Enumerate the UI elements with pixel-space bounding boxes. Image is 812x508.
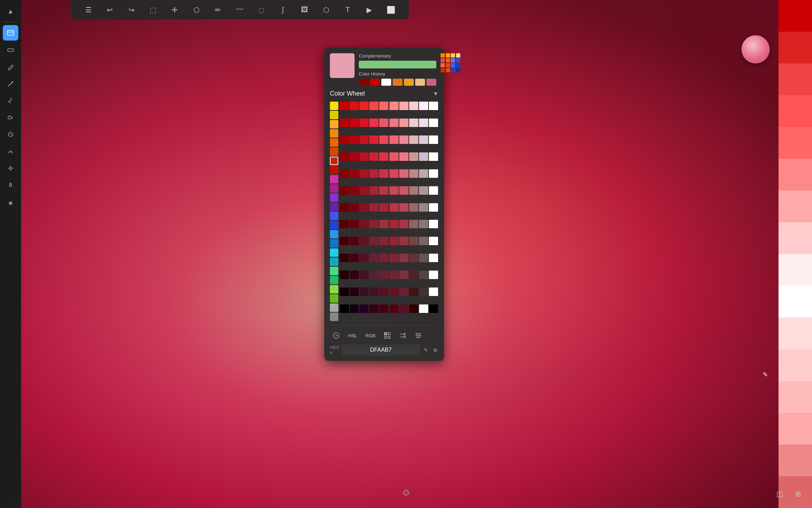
history-swatch-1[interactable] — [359, 79, 369, 86]
pc-r2c5[interactable] — [389, 135, 399, 144]
undo-icon[interactable]: ↩ — [104, 4, 116, 16]
circle-picker-btn[interactable] — [330, 329, 343, 342]
comp-color-preview[interactable] — [330, 53, 355, 78]
pc-r10c5[interactable] — [389, 271, 399, 279]
stripe-4[interactable] — [779, 95, 812, 127]
left-cell-cyan1[interactable] — [330, 230, 338, 238]
comp-cell-14[interactable] — [446, 68, 450, 72]
pc-r2c3[interactable] — [369, 135, 379, 144]
round-tool[interactable] — [3, 194, 18, 210]
history-swatch-2[interactable] — [370, 79, 380, 86]
pc-r3c0[interactable] — [340, 152, 349, 161]
left-cell-blue2[interactable] — [330, 221, 338, 229]
left-cell-yellow1[interactable] — [330, 102, 338, 110]
pc-r8c7[interactable] — [409, 237, 418, 245]
pc-r5c7[interactable] — [409, 186, 418, 195]
pc-r5c0[interactable] — [340, 186, 349, 195]
pc-r3c6[interactable] — [399, 152, 408, 161]
left-cell-redorange2[interactable] — [330, 147, 338, 156]
pc-r0c0[interactable] — [340, 102, 349, 110]
pc-r6c9[interactable] — [429, 203, 438, 212]
pc-r10c2[interactable] — [359, 271, 369, 279]
pc-r8c9[interactable] — [429, 237, 438, 245]
pc-r1c0[interactable] — [340, 119, 349, 127]
sliders-btn[interactable] — [412, 329, 425, 342]
pc-r6c6[interactable] — [399, 203, 408, 212]
stripe-7[interactable] — [779, 190, 812, 222]
eraser-tool[interactable] — [3, 42, 18, 58]
left-cell-blue1[interactable] — [330, 212, 338, 220]
pc-r9c8[interactable] — [419, 254, 428, 262]
pc-r11c3[interactable] — [369, 288, 379, 296]
comp-cell-8[interactable] — [456, 58, 460, 62]
comp-cell-4[interactable] — [456, 53, 460, 58]
comp-cell-3[interactable] — [451, 53, 455, 58]
comp-cell-7[interactable] — [451, 58, 455, 62]
pc-r11c5[interactable] — [389, 288, 399, 296]
pc-r1c3[interactable] — [369, 119, 379, 127]
paint-icon[interactable]: ✏ — [212, 4, 224, 16]
pc-r9c7[interactable] — [409, 254, 418, 262]
left-cell-purple2[interactable] — [330, 202, 338, 211]
pc-r1c8[interactable] — [419, 119, 428, 127]
pc-r3c8[interactable] — [419, 152, 428, 161]
pc-r3c4[interactable] — [379, 152, 388, 161]
pc-r0c4[interactable] — [379, 102, 388, 110]
hex-input[interactable] — [342, 345, 420, 355]
pc-r12c3[interactable] — [369, 304, 379, 313]
comp-cell-5[interactable] — [441, 58, 445, 62]
pc-r2c2[interactable] — [359, 135, 369, 144]
clone-tool[interactable] — [3, 161, 18, 176]
text-icon[interactable]: T — [342, 4, 354, 16]
history-swatch-5[interactable] — [404, 79, 414, 86]
history-swatch-7[interactable] — [426, 79, 436, 86]
pencil-tool[interactable] — [3, 59, 18, 74]
pc-r3c1[interactable] — [350, 152, 359, 161]
pc-r2c9[interactable] — [429, 135, 438, 144]
comp-cell-15[interactable] — [451, 68, 455, 72]
pc-r5c1[interactable] — [350, 186, 359, 195]
pc-r11c8[interactable] — [419, 288, 428, 296]
pc-r1c7[interactable] — [409, 119, 418, 127]
left-cell-red1[interactable] — [330, 157, 338, 165]
pc-r2c8[interactable] — [419, 135, 428, 144]
pc-r3c3[interactable] — [369, 152, 379, 161]
left-cell-green1[interactable] — [330, 267, 338, 275]
stripe-5[interactable] — [779, 127, 812, 159]
pc-r4c2[interactable] — [359, 169, 369, 178]
pc-r1c1[interactable] — [350, 119, 359, 127]
pc-r12c2[interactable] — [359, 304, 369, 313]
left-cell-orange1[interactable] — [330, 120, 338, 128]
pc-r7c1[interactable] — [350, 220, 359, 228]
redo-icon[interactable]: ↪ — [125, 4, 138, 16]
pc-r0c2[interactable] — [359, 102, 369, 110]
stripe-10[interactable] — [779, 286, 812, 318]
comp-cell-12[interactable] — [456, 63, 460, 67]
stripe-1[interactable] — [779, 0, 812, 32]
pc-r0c8[interactable] — [419, 102, 428, 110]
pc-r4c7[interactable] — [409, 169, 418, 178]
pc-r7c6[interactable] — [399, 220, 408, 228]
stripe-8[interactable] — [779, 222, 812, 254]
pc-r10c0[interactable] — [340, 271, 349, 279]
pc-r7c4[interactable] — [379, 220, 388, 228]
pc-r11c4[interactable] — [379, 288, 388, 296]
pc-r0c1[interactable] — [350, 102, 359, 110]
left-cell-green2[interactable] — [330, 276, 338, 284]
left-cell-purple1[interactable] — [330, 193, 338, 202]
pc-r12c9[interactable] — [429, 304, 438, 313]
pc-r10c1[interactable] — [350, 271, 359, 279]
pen-tool[interactable] — [3, 93, 18, 108]
bottom-center-icon[interactable]: ⊙ — [402, 488, 410, 497]
color-wheel-header[interactable]: Color Wheel ▼ — [330, 90, 438, 97]
move-icon[interactable]: ✛ — [168, 4, 181, 16]
hex-edit-btn[interactable]: ✎ — [423, 345, 429, 355]
stripe-9[interactable] — [779, 254, 812, 286]
layers-icon[interactable]: ◫ — [773, 487, 787, 501]
pc-r9c3[interactable] — [369, 254, 379, 262]
marker-tool[interactable] — [3, 76, 18, 91]
pc-r0c5[interactable] — [389, 102, 399, 110]
pc-r12c4[interactable] — [379, 304, 388, 313]
pc-r9c9[interactable] — [429, 254, 438, 262]
pc-r4c0[interactable] — [340, 169, 349, 178]
